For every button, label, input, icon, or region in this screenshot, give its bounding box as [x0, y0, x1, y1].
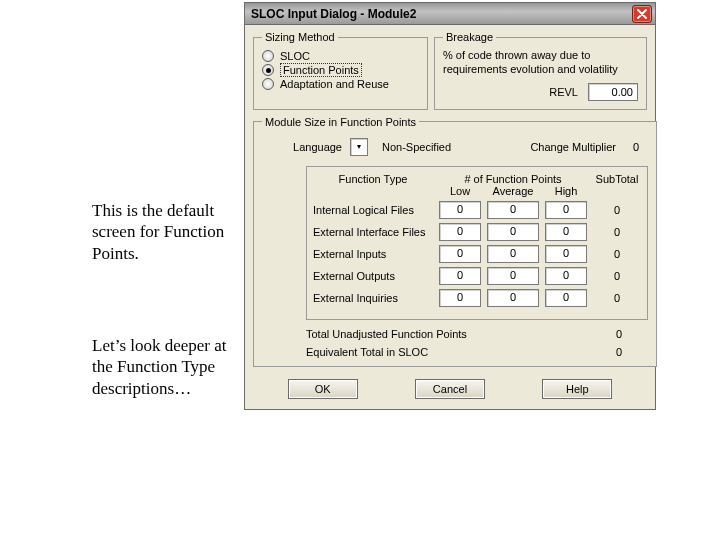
language-label: Language	[268, 141, 342, 153]
row-label: Internal Logical Files	[313, 204, 433, 216]
radio-icon	[262, 78, 274, 90]
col-high: High	[545, 185, 587, 197]
total-sloc-label: Equivalent Total in SLOC	[306, 346, 580, 358]
cancel-button[interactable]: Cancel	[415, 379, 485, 399]
table-row: External Inputs 0 0 0 0	[313, 245, 641, 263]
col-fp-count: # of Function Points	[439, 173, 587, 185]
cell-avg[interactable]: 0	[487, 245, 539, 263]
window-title: SLOC Input Dialog - Module2	[251, 7, 632, 21]
total-ufp-label: Total Unadjusted Function Points	[306, 328, 580, 340]
titlebar[interactable]: SLOC Input Dialog - Module2	[245, 3, 655, 25]
cell-low[interactable]: 0	[439, 267, 481, 285]
cell-sub: 0	[593, 248, 641, 260]
close-icon	[637, 9, 647, 19]
cell-high[interactable]: 0	[545, 289, 587, 307]
change-multiplier-value: 0	[624, 141, 648, 153]
sizing-method-group: Sizing Method SLOC Function Points Adapt…	[253, 31, 428, 110]
client-area: Sizing Method SLOC Function Points Adapt…	[245, 25, 655, 409]
breakage-legend: Breakage	[443, 31, 496, 43]
close-button[interactable]	[632, 5, 652, 23]
col-low: Low	[439, 185, 481, 197]
totals: Total Unadjusted Function Points 0 Equiv…	[306, 328, 648, 358]
annotation-paragraph: Let’s look deeper at the Function Type d…	[92, 335, 232, 399]
function-points-table: Function Type # of Function Points SubTo…	[306, 166, 648, 320]
module-size-legend: Module Size in Function Points	[262, 116, 419, 128]
cell-sub: 0	[593, 226, 641, 238]
button-row: OK Cancel Help	[259, 379, 641, 399]
ok-button[interactable]: OK	[288, 379, 358, 399]
col-average: Average	[487, 185, 539, 197]
cell-high[interactable]: 0	[545, 267, 587, 285]
cell-low[interactable]: 0	[439, 201, 481, 219]
sizing-method-legend: Sizing Method	[262, 31, 338, 43]
table-row: External Inquiries 0 0 0 0	[313, 289, 641, 307]
cell-sub: 0	[593, 204, 641, 216]
language-dropdown[interactable]: ▾	[350, 138, 368, 156]
total-ufp-value: 0	[580, 328, 640, 340]
dialog-window: SLOC Input Dialog - Module2 Sizing Metho…	[244, 2, 656, 410]
table-row: External Outputs 0 0 0 0	[313, 267, 641, 285]
radio-sloc[interactable]: SLOC	[262, 50, 419, 62]
cell-low[interactable]: 0	[439, 245, 481, 263]
help-button[interactable]: Help	[542, 379, 612, 399]
annotation-paragraph: This is the default screen for Function …	[92, 200, 232, 264]
cell-low[interactable]: 0	[439, 289, 481, 307]
cell-sub: 0	[593, 270, 641, 282]
row-label: External Interface Files	[313, 226, 433, 238]
cell-avg[interactable]: 0	[487, 289, 539, 307]
cell-high[interactable]: 0	[545, 201, 587, 219]
row-label: External Outputs	[313, 270, 433, 282]
module-size-group: Module Size in Function Points Language …	[253, 116, 657, 367]
top-row: Sizing Method SLOC Function Points Adapt…	[253, 31, 647, 110]
language-value: Non-Specified	[376, 141, 466, 153]
col-function-type: Function Type	[313, 173, 433, 185]
breakage-desc: % of code thrown away due to requirement…	[443, 49, 638, 77]
radio-function-points[interactable]: Function Points	[262, 63, 419, 77]
radio-icon	[262, 64, 274, 76]
radio-icon	[262, 50, 274, 62]
cell-avg[interactable]: 0	[487, 223, 539, 241]
radio-label-fp: Function Points	[280, 63, 362, 77]
cell-high[interactable]: 0	[545, 245, 587, 263]
table-row: External Interface Files 0 0 0 0	[313, 223, 641, 241]
table-row: Internal Logical Files 0 0 0 0	[313, 201, 641, 219]
cell-sub: 0	[593, 292, 641, 304]
col-subtotal: SubTotal	[593, 173, 641, 185]
row-label: External Inquiries	[313, 292, 433, 304]
row-label: External Inputs	[313, 248, 433, 260]
cell-avg[interactable]: 0	[487, 201, 539, 219]
change-multiplier-label: Change Multiplier	[530, 141, 616, 153]
cell-avg[interactable]: 0	[487, 267, 539, 285]
total-sloc-value: 0	[580, 346, 640, 358]
radio-adaptation-reuse[interactable]: Adaptation and Reuse	[262, 78, 419, 90]
radio-label-sloc: SLOC	[280, 50, 310, 62]
revl-input[interactable]: 0.00	[588, 83, 638, 101]
revl-label: REVL	[549, 86, 578, 98]
breakage-group: Breakage % of code thrown away due to re…	[434, 31, 647, 110]
chevron-down-icon: ▾	[357, 143, 361, 151]
cell-low[interactable]: 0	[439, 223, 481, 241]
radio-label-ar: Adaptation and Reuse	[280, 78, 389, 90]
language-row: Language ▾ Non-Specified Change Multipli…	[262, 134, 648, 162]
cell-high[interactable]: 0	[545, 223, 587, 241]
